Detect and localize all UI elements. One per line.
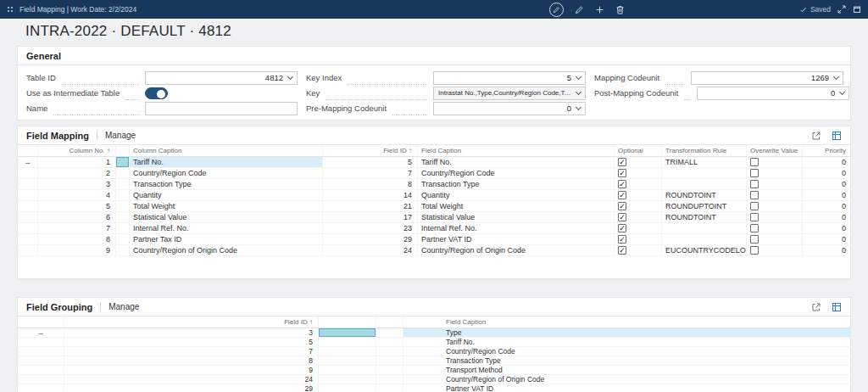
table-row[interactable]: 9 Country/Region of Origin Code 24 Count… (18, 245, 850, 256)
column-header-column-caption[interactable]: Column Caption (130, 145, 323, 156)
cell-field-id[interactable]: 29 (323, 234, 418, 245)
cell-field-caption[interactable]: Internal Ref. No. (418, 223, 615, 234)
cell-column-no[interactable]: 3 (38, 179, 116, 190)
cell-field-caption[interactable]: Total Weight (418, 201, 615, 212)
share-button[interactable] (811, 302, 821, 312)
share-button[interactable] (811, 131, 821, 141)
cell-field-id[interactable]: 7 (64, 347, 319, 356)
overwrite-value-checkbox[interactable] (750, 213, 759, 221)
overwrite-value-checkbox[interactable] (750, 246, 759, 255)
column-header-transformation-rule[interactable]: Transformation Rule (662, 145, 747, 156)
cell-field-id[interactable]: 21 (323, 201, 418, 212)
overwrite-value-checkbox[interactable] (750, 169, 759, 177)
overwrite-value-checkbox[interactable] (750, 224, 759, 232)
column-header-field-caption[interactable]: Field Caption (403, 316, 852, 328)
optional-checkbox[interactable] (618, 158, 626, 166)
cell-column-no[interactable]: 9 (38, 245, 116, 256)
section-title-field-mapping[interactable]: Field Mapping (26, 131, 89, 141)
cell-field-caption[interactable]: Statistical Value (418, 212, 615, 223)
cell-field-id[interactable]: 14 (323, 190, 418, 201)
cell-transformation-rule[interactable]: ROUNDTOINT (662, 212, 747, 223)
cell-field-caption[interactable]: Transaction Type (418, 179, 615, 190)
expand-button[interactable] (837, 5, 846, 14)
column-header-column-no[interactable]: Column No. ↑ (38, 145, 116, 156)
cell-field-caption[interactable]: Country/Region of Origin Code (418, 245, 615, 256)
cell-field-id[interactable]: 23 (323, 223, 418, 234)
overwrite-value-checkbox[interactable] (750, 191, 759, 199)
cell-priority[interactable]: 0 (803, 168, 852, 179)
cell-column-no[interactable]: 1 (38, 157, 116, 168)
overwrite-value-checkbox[interactable] (750, 158, 759, 166)
cell-priority[interactable]: 0 (803, 190, 852, 201)
table-row[interactable]: 5 Total Weight 21 Total Weight ROUNDUPTO… (18, 201, 850, 212)
optional-checkbox[interactable] (618, 213, 626, 221)
cell-column-no[interactable]: 6 (38, 212, 116, 223)
cell-column-caption[interactable]: Partner Tax ID (130, 234, 323, 245)
manage-tab-field-mapping[interactable]: Manage (105, 131, 136, 140)
edit-mode-button[interactable] (549, 3, 564, 17)
cell-transformation-rule[interactable]: EUCOUNTRYCODELOOKUP (662, 245, 747, 256)
cell-column-caption[interactable]: Statistical Value (130, 212, 323, 223)
post-mapping-codeunit-input[interactable]: 0 (697, 87, 849, 100)
selected-cell[interactable] (116, 157, 130, 168)
cell-transformation-rule[interactable] (662, 234, 747, 245)
cell-column-no[interactable]: 7 (38, 223, 116, 234)
cell-column-caption[interactable]: Country/Region Code (130, 168, 323, 179)
cell-priority[interactable]: 0 (803, 245, 852, 256)
cell-priority[interactable]: 0 (803, 201, 852, 212)
cell-field-caption[interactable]: Transport Method (403, 366, 852, 375)
section-title-field-grouping[interactable]: Field Grouping (26, 302, 92, 312)
cell-field-id[interactable]: 17 (323, 212, 418, 223)
cell-transformation-rule[interactable] (662, 168, 747, 179)
cell-field-caption[interactable]: Type (403, 328, 852, 338)
column-header-priority[interactable]: Priority (803, 145, 852, 156)
cell-field-caption[interactable]: Tariff No. (403, 338, 852, 347)
cell-column-caption[interactable]: Transaction Type (130, 179, 323, 190)
cell-field-caption[interactable]: Country/Region Code (418, 168, 615, 179)
column-header-field-id[interactable]: Field ID ↑ (323, 145, 418, 156)
new-button[interactable] (595, 5, 604, 14)
optional-checkbox[interactable] (618, 180, 626, 188)
cell-priority[interactable]: 0 (803, 212, 852, 223)
column-header-field-id[interactable]: Field ID ↑ (64, 316, 319, 328)
table-row[interactable]: 3 Transaction Type 8 Transaction Type 0 (18, 179, 850, 190)
table-row[interactable]: 6 Statistical Value 17 Statistical Value… (18, 212, 850, 223)
table-row[interactable]: 7 Internal Ref. No. 23 Internal Ref. No.… (18, 223, 850, 234)
optional-checkbox[interactable] (618, 235, 626, 244)
cell-field-id[interactable]: 3 (64, 328, 319, 338)
optional-checkbox[interactable] (618, 169, 626, 177)
cell-field-id[interactable]: 5 (323, 157, 418, 168)
popout-button[interactable] (853, 5, 861, 14)
edit-button[interactable] (575, 5, 584, 14)
cell-field-caption[interactable]: Partner VAT ID (418, 234, 615, 245)
cell-field-id[interactable]: 24 (64, 375, 319, 384)
use-as-intermediate-table-toggle[interactable] (145, 87, 168, 99)
cell-field-id[interactable]: 8 (64, 356, 319, 366)
manage-tab-field-grouping[interactable]: Manage (108, 302, 139, 311)
cell-field-caption[interactable]: Partner VAT ID (403, 384, 852, 392)
cell-column-no[interactable]: 4 (38, 190, 116, 201)
cell-priority[interactable]: 0 (803, 223, 852, 234)
overwrite-value-checkbox[interactable] (750, 202, 759, 210)
cell-field-caption[interactable]: Transaction Type (403, 356, 852, 366)
optional-checkbox[interactable] (618, 224, 626, 232)
table-row[interactable]: 29 Partner VAT ID (18, 384, 850, 392)
mapping-codeunit-input[interactable]: 1269 (691, 71, 843, 85)
table-row[interactable]: 8 Partner Tax ID 29 Partner VAT ID 0 (18, 234, 850, 245)
optional-checkbox[interactable] (618, 191, 626, 199)
cell-field-id[interactable]: 8 (323, 179, 418, 190)
cell-column-caption[interactable]: Internal Ref. No. (130, 223, 323, 234)
cell-transformation-rule[interactable] (662, 223, 747, 234)
cell-column-no[interactable]: 5 (38, 201, 116, 212)
column-header-field-caption[interactable]: Field Caption (418, 145, 615, 156)
table-row[interactable]: 9 Transport Method (18, 366, 850, 375)
cell-priority[interactable]: 0 (803, 157, 852, 168)
cell-field-id[interactable]: 24 (323, 245, 418, 256)
table-row[interactable]: 4 Quantity 14 Quantity ROUNDTOINT 0 (18, 190, 850, 201)
key-index-input[interactable]: 5 (433, 71, 586, 85)
table-row[interactable]: 24 Country/Region of Origin Code (18, 375, 850, 384)
table-row[interactable]: 5 Tariff No. (18, 338, 850, 347)
table-row[interactable]: 8 Transaction Type (18, 356, 850, 366)
delete-button[interactable] (615, 5, 625, 14)
breadcrumb[interactable]: Field Mapping | Work Date: 2/2/2024 (19, 5, 136, 14)
